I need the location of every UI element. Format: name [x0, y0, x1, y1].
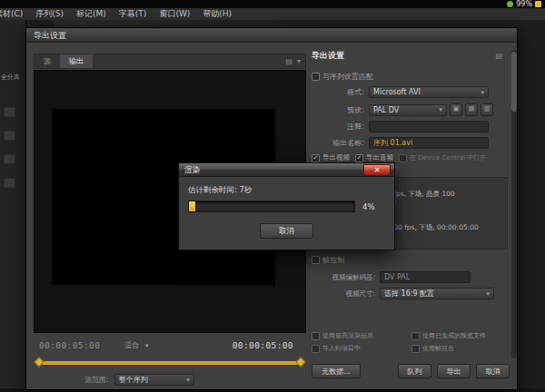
progress-message: 估计剩余时间: 7秒	[188, 185, 252, 196]
import-project-checkbox[interactable]	[312, 345, 320, 353]
preset-label: 预设:	[312, 105, 364, 115]
export-video-label: 导出视频	[322, 153, 350, 162]
panel-menu-icon[interactable]: ▤	[495, 52, 502, 60]
import-preset-button[interactable]: ▤	[465, 103, 478, 116]
match-sequence-checkbox[interactable]	[312, 73, 320, 81]
source-range-value: 整个序列	[119, 375, 148, 385]
timecode-row: 00:00:05:00 适合 ▾ 00:00:05:00	[34, 338, 306, 353]
queue-button[interactable]: 队列	[398, 364, 431, 378]
max-quality-checkbox[interactable]	[312, 332, 320, 340]
panel-icon	[4, 107, 15, 117]
frame-blend-checkbox[interactable]	[411, 345, 420, 353]
desktop: 素材(C) 序列(S) 标记(M) 字幕(T) 窗口(W) 帮助(H) 99% …	[0, 0, 545, 392]
option-label: 使用帧混合	[422, 344, 454, 353]
option-label: 使用最高渲染品质	[322, 331, 373, 340]
option-label: 导入到项目中	[322, 344, 361, 353]
dialog-titlebar[interactable]: 导出设置	[26, 28, 517, 43]
settings-header-row: 导出设置 ▤	[312, 50, 508, 62]
panel-menu-icon[interactable]: ▤	[285, 57, 292, 65]
export-audio-checkbox[interactable]: ✓	[355, 154, 363, 162]
source-range-label: 源范围:	[84, 375, 109, 385]
chevron-down-icon: ▾	[439, 106, 442, 113]
export-audio-label: 导出音频	[366, 153, 393, 162]
frame-controls-row: 帧控制	[312, 255, 508, 265]
output-name-link[interactable]: 序列 01.avi	[369, 137, 489, 149]
progress-titlebar[interactable]: 渲染	[179, 163, 394, 177]
progress-bar	[188, 201, 355, 212]
chevron-down-icon: ▾	[481, 89, 484, 96]
export-video-checkbox[interactable]: ✓	[312, 154, 320, 162]
match-sequence-label: 与序列设置匹配	[322, 72, 373, 82]
timeline-scrubber[interactable]	[34, 357, 306, 369]
render-progress-dialog: 渲染 ✕ 估计剩余时间: 7秒 4% 取消	[178, 162, 395, 250]
chevron-down-icon[interactable]: ▾	[297, 57, 301, 65]
close-icon[interactable]: ✕	[363, 164, 391, 176]
work-area-bar[interactable]	[37, 361, 302, 365]
progress-cancel-button[interactable]: 取消	[260, 223, 313, 239]
progress-bar-fill	[189, 201, 195, 211]
device-central-label: 在 Device Central 中打开	[410, 153, 486, 162]
zoom-select[interactable]: 适合 ▾	[124, 340, 149, 350]
size-select[interactable]: 选择 16:9 配置 ▾	[380, 288, 494, 299]
chevron-down-icon: ▾	[486, 290, 490, 298]
delete-preset-button[interactable]: ▥	[481, 103, 493, 116]
timecode-current[interactable]: 00:00:05:00	[39, 340, 100, 350]
panel-icon	[4, 178, 15, 188]
codec-value[interactable]: DV PAL	[380, 271, 471, 283]
menu-window[interactable]: 窗口(W)	[153, 8, 196, 20]
settings-header: 导出设置	[312, 50, 344, 62]
codec-row: 视频编解码器: DV PAL	[312, 271, 508, 283]
codec-label: 视频编解码器:	[312, 273, 375, 282]
progress-percent: 4%	[362, 202, 375, 211]
menu-help[interactable]: 帮助(H)	[196, 8, 238, 20]
zoom-value: 适合	[124, 340, 139, 350]
frame-controls-label: 帧控制	[322, 255, 344, 265]
dialog-title: 导出设置	[34, 31, 66, 40]
use-previews-checkbox[interactable]	[411, 332, 420, 340]
background-panel-label: 全分离	[1, 73, 20, 82]
frame-controls-checkbox[interactable]	[312, 256, 320, 264]
size-label: 视频尺寸:	[312, 289, 375, 299]
menu-marker[interactable]: 标记(M)	[70, 8, 113, 20]
option-import-project: 导入到项目中	[312, 344, 361, 353]
scrollbar-thumb[interactable]	[511, 52, 517, 112]
option-frame-blend: 使用帧混合	[411, 344, 454, 353]
menu-clip[interactable]: 素材(C)	[0, 8, 29, 20]
source-range-select[interactable]: 整个序列 ▾	[114, 374, 194, 386]
preset-select[interactable]: PAL DV ▾	[369, 104, 447, 116]
timecode-duration: 00:00:05:00	[233, 340, 293, 350]
metadata-button[interactable]: 元数据...	[312, 364, 361, 378]
cancel-button[interactable]: 取消	[476, 364, 510, 378]
menu-sequence[interactable]: 序列(S)	[29, 8, 70, 20]
option-label: 使用已生成的预览文件	[422, 331, 486, 340]
comments-input[interactable]	[369, 121, 489, 132]
background-panel: 全分离	[0, 20, 26, 392]
device-central-checkbox[interactable]	[399, 154, 407, 162]
comments-label: 注释:	[312, 122, 364, 132]
preset-value: PAL DV	[373, 106, 399, 114]
status-icon[interactable]	[507, 1, 513, 7]
menu-bar: 素材(C) 序列(S) 标记(M) 字幕(T) 窗口(W) 帮助(H)	[0, 8, 545, 21]
menu-title[interactable]: 字幕(T)	[113, 8, 154, 20]
save-preset-button[interactable]: ▣	[450, 103, 462, 116]
size-row: 视频尺寸: 选择 16:9 配置 ▾	[312, 288, 508, 299]
panel-icon	[4, 131, 15, 141]
tab-output[interactable]: 输出	[60, 54, 93, 68]
settings-scrollbar[interactable]	[511, 50, 517, 358]
export-button[interactable]: 导出	[437, 364, 471, 378]
in-point-handle[interactable]	[34, 357, 44, 367]
panel-icon	[4, 154, 15, 164]
format-value: Microsoft AVI	[373, 88, 421, 96]
format-label: 格式:	[312, 87, 364, 97]
out-point-handle[interactable]	[295, 357, 305, 367]
export-toggles-row: ✓ 导出视频 ✓ 导出音频 在 Device Central 中打开	[312, 153, 508, 162]
size-value: 选择 16:9 配置	[384, 289, 434, 299]
option-max-quality: 使用最高渲染品质	[312, 331, 373, 340]
tab-source[interactable]: 源	[35, 54, 60, 68]
energy-icon[interactable]	[535, 1, 541, 7]
preview-tab-bar: 源 输出 ▤ ▾	[34, 54, 306, 69]
comments-row: 注释:	[312, 121, 508, 132]
format-row: 格式: Microsoft AVI ▾	[312, 86, 508, 98]
chevron-down-icon: ▾	[186, 377, 190, 384]
format-select[interactable]: Microsoft AVI ▾	[369, 86, 489, 98]
